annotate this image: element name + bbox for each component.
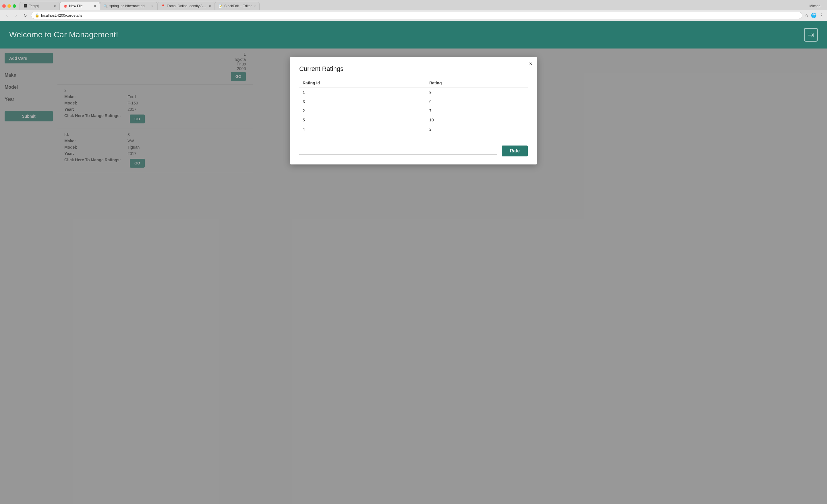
table-row: 3 6	[299, 97, 528, 106]
logout-button[interactable]: ⇥	[804, 28, 818, 42]
main-content: Add Cars Make Model Year Submit 1 Toyota…	[0, 49, 827, 504]
table-header-row: Rating Id Rating	[299, 79, 528, 88]
tab-list: 🅰 Testprj × 🐙 New File × 🔍 spring.jpa.hi…	[19, 2, 806, 10]
modal-footer: Rate	[299, 141, 528, 156]
rating-value-cell: 6	[426, 97, 528, 106]
address-input[interactable]: 🔒 localhost:4200/cardetails	[31, 12, 802, 19]
table-row: 2 7	[299, 106, 528, 115]
rating-value-cell: 10	[426, 115, 528, 124]
tab-fama[interactable]: 📍 Fama: Online Identity Analysis... ×	[157, 2, 215, 10]
toolbar-icons: ☆ 🌐 ⋮	[805, 13, 824, 18]
address-bar: ‹ › ↻ 🔒 localhost:4200/cardetails ☆ 🌐 ⋮	[0, 10, 827, 21]
user-label: Michael	[806, 4, 825, 8]
rating-id-cell: 2	[299, 106, 426, 115]
tab-close-icon[interactable]: ×	[94, 4, 96, 8]
col-rating: Rating	[426, 79, 528, 88]
app-title: Welcome to Car Management!	[9, 30, 118, 39]
tab-close-icon[interactable]: ×	[209, 4, 211, 8]
menu-icon[interactable]: ⋮	[819, 13, 824, 18]
browser-chrome: 🅰 Testprj × 🐙 New File × 🔍 spring.jpa.hi…	[0, 0, 827, 21]
tab-favicon: 🔍	[104, 4, 108, 8]
tab-bar: 🅰 Testprj × 🐙 New File × 🔍 spring.jpa.hi…	[0, 0, 827, 10]
rating-input[interactable]	[299, 148, 497, 155]
table-row: 1 9	[299, 88, 528, 97]
table-row: 4 2	[299, 124, 528, 134]
minimize-button[interactable]	[7, 4, 11, 8]
tab-title: Testprj	[29, 4, 52, 8]
rating-id-cell: 5	[299, 115, 426, 124]
tab-title: StackEdit – Editor	[224, 4, 251, 8]
col-rating-id: Rating Id	[299, 79, 426, 88]
tab-title: New File	[69, 4, 92, 8]
tab-favicon: 🐙	[63, 4, 67, 8]
rating-value-cell: 7	[426, 106, 528, 115]
tab-close-icon[interactable]: ×	[54, 4, 56, 8]
tab-testprj[interactable]: 🅰 Testprj ×	[19, 2, 60, 10]
app-header: Welcome to Car Management! ⇥	[0, 21, 827, 49]
ratings-modal: × Current Ratings Rating Id Rating 1 9 3…	[290, 57, 537, 164]
maximize-button[interactable]	[13, 4, 16, 8]
close-button[interactable]	[2, 4, 6, 8]
traffic-lights	[2, 4, 16, 8]
rating-id-cell: 1	[299, 88, 426, 97]
back-button[interactable]: ‹	[3, 12, 10, 19]
address-text: localhost:4200/cardetails	[41, 13, 82, 17]
tab-favicon: 📍	[161, 4, 165, 8]
rating-value-cell: 9	[426, 88, 528, 97]
tab-favicon: 📝	[218, 4, 223, 8]
tab-new-file[interactable]: 🐙 New File ×	[60, 2, 100, 10]
rating-id-cell: 3	[299, 97, 426, 106]
tab-favicon: 🅰	[23, 4, 27, 8]
ratings-table: Rating Id Rating 1 9 3 6 2 7 5 10 4 2	[299, 79, 528, 134]
logout-icon: ⇥	[808, 30, 814, 40]
tab-close-icon[interactable]: ×	[151, 4, 154, 8]
rate-button[interactable]: Rate	[502, 146, 528, 156]
bookmark-icon[interactable]: ☆	[805, 13, 809, 18]
tab-title: Fama: Online Identity Analysis...	[167, 4, 207, 8]
tab-title: spring.jpa.hibernate.ddl-auto...	[109, 4, 150, 8]
table-row: 5 10	[299, 115, 528, 124]
forward-button[interactable]: ›	[13, 12, 19, 19]
tab-stackedit[interactable]: 📝 StackEdit – Editor ×	[215, 2, 259, 10]
modal-title: Current Ratings	[299, 65, 528, 72]
rating-id-cell: 4	[299, 124, 426, 134]
rating-value-cell: 2	[426, 124, 528, 134]
modal-close-button[interactable]: ×	[529, 60, 532, 67]
modal-overlay: × Current Ratings Rating Id Rating 1 9 3…	[0, 49, 827, 504]
tab-close-icon[interactable]: ×	[253, 4, 255, 8]
reload-button[interactable]: ↻	[22, 12, 29, 19]
tab-spring[interactable]: 🔍 spring.jpa.hibernate.ddl-auto... ×	[100, 2, 157, 10]
translate-icon[interactable]: 🌐	[811, 13, 817, 18]
